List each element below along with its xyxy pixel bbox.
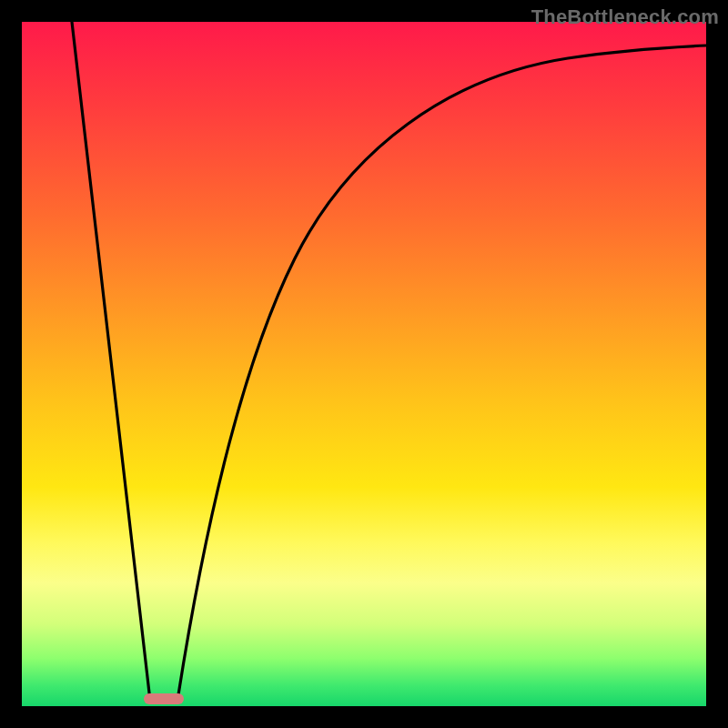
curve-layer [22,22,706,706]
watermark-text: TheBottleneck.com [531,5,719,29]
chart-frame: TheBottleneck.com [0,0,728,728]
plot-area [22,22,706,706]
curve-left [72,22,150,701]
curve-right [177,46,706,701]
optimum-marker [144,693,184,704]
